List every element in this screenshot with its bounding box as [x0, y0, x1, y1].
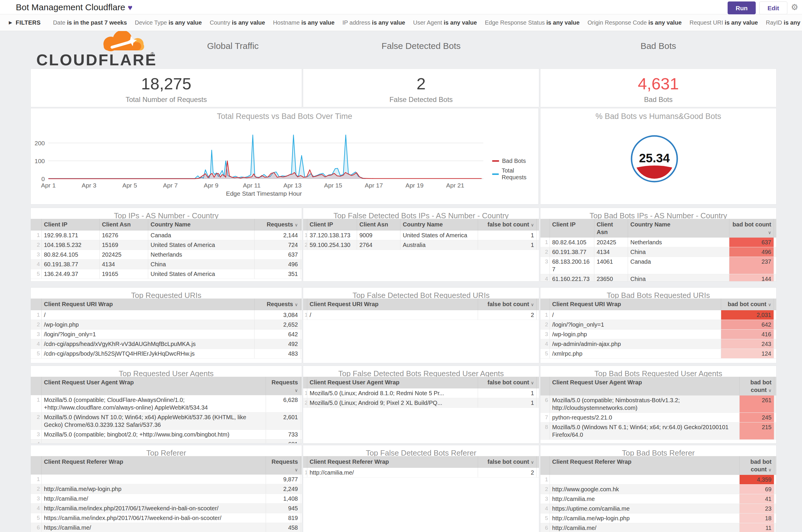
table-cell[interactable]: Mozilla/5.0 (Windows NT 10.0; Win64; x64…	[42, 413, 266, 430]
table-cell[interactable]: /login/?login_only=1	[42, 329, 254, 339]
table-cell[interactable]: /	[42, 310, 254, 320]
table-cell[interactable]: https://uptime.com/camilia.me	[550, 504, 740, 513]
table-cell[interactable]: /xmlrpc.php	[550, 349, 721, 358]
table-cell[interactable]: 1	[478, 388, 537, 398]
table-cell[interactable]: 1	[478, 240, 537, 250]
table-cell[interactable]: /wp-login.php	[550, 329, 721, 339]
filter-chip[interactable]: IP address is any value	[342, 19, 405, 26]
table-cell[interactable]: 637	[254, 250, 301, 259]
table-cell[interactable]: United States of America	[400, 231, 478, 240]
table-cell[interactable]: http://camilia.me/wp-login.php	[550, 514, 740, 523]
column-header[interactable]: Client Asn	[357, 219, 400, 231]
table-cell[interactable]: http://camilia.me/wp-login.php	[42, 484, 266, 494]
table-cell[interactable]: 637	[729, 238, 774, 247]
table-cell[interactable]: Mozilla/5.0 (Linux; Android 9; Pixel 2 X…	[307, 398, 478, 407]
table-cell[interactable]: 104.198.5.232	[42, 240, 100, 250]
table-cell[interactable]: 496	[729, 247, 774, 256]
table-cell[interactable]: 9,877	[266, 475, 301, 484]
table-cell[interactable]: 2,601	[266, 413, 301, 430]
column-header[interactable]: Client Request Referer Wrap	[42, 456, 266, 475]
table-cell[interactable]: 2,144	[254, 231, 301, 240]
table-cell[interactable]: 3,084	[254, 310, 301, 320]
table-cell[interactable]: 4134	[100, 260, 148, 269]
table-cell[interactable]: 458	[266, 523, 301, 532]
table-cell[interactable]: Mozilla/5.0 (compatible; CloudFlare-Alwa…	[42, 395, 266, 412]
column-header[interactable]: Requests ∨	[254, 299, 301, 310]
table-cell[interactable]: 416	[721, 329, 774, 339]
table-cell[interactable]: Australia	[400, 240, 478, 250]
table-cell[interactable]: 18	[740, 514, 774, 523]
table-cell[interactable]: 496	[254, 260, 301, 269]
filter-chip[interactable]: User Agent is any value	[413, 19, 477, 26]
filter-chip[interactable]: Edge Response Status is any value	[485, 19, 580, 26]
table-cell[interactable]: 202425	[594, 238, 628, 247]
table-cell[interactable]: 80.82.64.105	[42, 250, 100, 259]
column-header[interactable]: Client Request URI Wrap	[307, 299, 478, 310]
filter-chip[interactable]: RayID is any value	[766, 19, 802, 26]
run-button[interactable]: Run	[728, 1, 756, 14]
filter-chip[interactable]: Origin Response Code is any value	[588, 19, 682, 26]
table-cell[interactable]: Mozilla/5.0 (compatible; Nimbostratus-Bo…	[550, 396, 740, 413]
table-cell[interactable]: https://camilia.me/index.php/2017/06/17/…	[42, 513, 266, 522]
table-cell[interactable]	[550, 475, 740, 484]
table-cell[interactable]: 23	[740, 504, 774, 513]
table-cell[interactable]: China	[628, 247, 729, 256]
column-header[interactable]: false bot count ∨	[478, 456, 537, 468]
table-cell[interactable]: Mozilla/5.0 (Windows NT 6.1; Win64; x64;…	[550, 422, 740, 439]
table-cell[interactable]: /cdn-cgi/apps/head/xVgyKhR-vV3dAUGhMqfBc…	[42, 339, 254, 348]
table-cell[interactable]: 243	[721, 339, 774, 348]
table-cell[interactable]: Canada	[148, 231, 254, 240]
table-cell[interactable]: python-requests/2.21.0	[550, 413, 740, 422]
table-cell[interactable]: 37.120.138.173	[307, 231, 357, 240]
table-cell[interactable]: 60.191.38.77	[42, 260, 100, 269]
table-cell[interactable]: Netherlands	[148, 250, 254, 259]
column-header[interactable]: bad bot count ∨	[729, 219, 774, 238]
table-cell[interactable]: /wp-admin/admin-ajax.php	[550, 339, 721, 348]
column-header[interactable]: Country Name	[628, 219, 729, 238]
table-cell[interactable]: http://camilia.me	[550, 494, 740, 504]
table-cell[interactable]: 144	[729, 274, 774, 281]
filter-chip[interactable]: Hostname is any value	[273, 19, 335, 26]
column-header[interactable]: Client IP	[550, 219, 594, 238]
table-cell[interactable]: 483	[254, 349, 301, 358]
column-header[interactable]: bad bot count ∨	[721, 299, 774, 310]
table-cell[interactable]: http://camilia.me/	[550, 523, 740, 532]
column-header[interactable]: Client Request Referer Wrap	[307, 456, 478, 468]
gear-icon[interactable]: ⚙	[791, 2, 798, 12]
table-cell[interactable]: 136.24.49.37	[42, 269, 100, 279]
column-header[interactable]: Requests ∨	[254, 219, 301, 231]
table-cell[interactable]: 69	[740, 484, 774, 494]
table-cell[interactable]: /cdn-cgi/apps/body/3Lh52SjWTQ4HRlErJykHq…	[42, 349, 254, 358]
table-cell[interactable]: 2	[478, 310, 537, 320]
table-cell[interactable]: 23650	[594, 274, 628, 281]
chart-requests-vs-bad-bots[interactable]: Total Requests vs Bad Bots Over Time 010…	[31, 108, 538, 204]
table-cell[interactable]: 2,652	[254, 320, 301, 329]
table-cell[interactable]: 245	[740, 413, 774, 422]
column-header[interactable]: Client Request User Agent Wrap	[550, 377, 740, 396]
kpi-total-requests[interactable]: 18,275 Total Number of Requests	[31, 69, 302, 107]
table-cell[interactable]: United States of America	[148, 269, 254, 279]
column-header[interactable]: Client Request User Agent Wrap	[307, 377, 478, 388]
table-cell[interactable]: 237	[729, 257, 774, 274]
table-cell[interactable]: 1	[478, 231, 537, 240]
table-cell[interactable]: /	[550, 310, 721, 320]
table-cell[interactable]: 80.82.64.105	[550, 238, 594, 247]
table-cell[interactable]: http://camilia.me/index.php/2017/06/17/w…	[42, 504, 266, 513]
table-cell[interactable]: /login/?login_only=1	[550, 320, 721, 329]
column-header[interactable]: bad bot count ∨	[740, 377, 774, 396]
table-cell[interactable]: 4,359	[740, 475, 774, 484]
filter-chip[interactable]: Date is in the past 7 weeks	[53, 19, 127, 26]
table-cell[interactable]: 724	[254, 240, 301, 250]
table-cell[interactable]: 492	[254, 339, 301, 348]
table-cell[interactable]: 2,249	[266, 484, 301, 494]
table-cell[interactable]: 351	[254, 269, 301, 279]
column-header[interactable]: Country Name	[148, 219, 254, 231]
table-cell[interactable]: 2	[478, 468, 537, 477]
table-cell[interactable]: 14061	[594, 257, 628, 274]
table-cell[interactable]: 15169	[100, 240, 148, 250]
column-header[interactable]: false bot count ∨	[478, 377, 537, 388]
filter-chip[interactable]: Request URI is any value	[689, 19, 758, 26]
table-cell[interactable]: http://camilia.me/	[307, 468, 478, 477]
table-cell[interactable]: 9009	[357, 231, 400, 240]
table-cell[interactable]: 61.160.221.73	[550, 274, 594, 281]
